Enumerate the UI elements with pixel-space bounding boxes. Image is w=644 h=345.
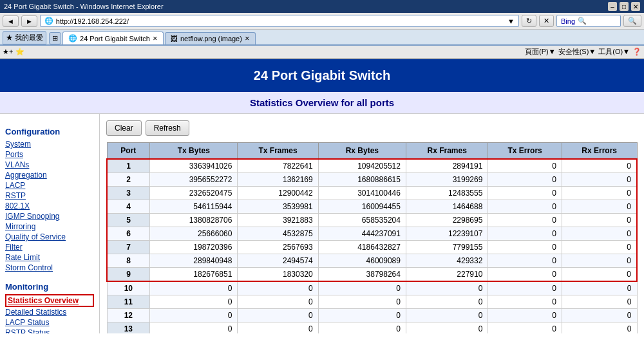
tab-image[interactable]: 🖼 netflow.png (image) ✕ [165,32,256,44]
data-cell: 0 [318,309,406,322]
table-row: 62566606045328754442370911223910700 [107,227,637,241]
table-row: 323265204751290044230141004461248355500 [107,187,637,200]
table-row: 11000000 [107,295,637,309]
add-favorites-icon[interactable]: ★+ [3,48,13,56]
data-cell: 0 [562,159,637,173]
port-cell: 13 [107,322,150,334]
tab-image-close-button[interactable]: ✕ [245,35,250,42]
table-row: 828984094824945744600908942933200 [107,254,637,268]
data-cell: 38798264 [318,268,406,282]
sidebar-item-system[interactable]: System [5,139,94,149]
dropdown-icon[interactable]: ▼ [507,17,515,25]
main-content: Clear Refresh Port Tx Bytes Tx Frames Rx… [100,114,644,333]
data-cell: 0 [488,187,562,200]
page-header: 24 Port Gigabit Switch [0,59,644,92]
data-cell: 0 [562,295,637,309]
sidebar-item-stats-overview[interactable]: Statistics Overview [5,294,94,307]
data-cell: 546115944 [150,200,238,214]
page-menu[interactable]: 頁面(P)▼ [525,47,556,57]
refresh-button[interactable]: Refresh [146,120,189,136]
sidebar-item-rate-limit[interactable]: Rate Limit [5,252,94,263]
data-cell: 0 [238,295,318,309]
sidebar-item-rstp[interactable]: RSTP [5,191,94,201]
data-cell: 2894191 [406,159,488,173]
data-cell: 0 [406,281,488,295]
favorites-center-icon[interactable]: ⭐ [15,48,24,56]
sidebar-item-vlans[interactable]: VLANs [5,160,94,170]
data-cell: 227910 [406,268,488,282]
address-text: http://192.168.254.222/ [56,17,505,25]
sidebar-item-igmp-snooping[interactable]: IGMP Snooping [5,211,94,221]
search-icon[interactable]: 🔍 [578,17,587,25]
data-cell: 658535204 [318,214,406,227]
table-row: 13000000 [107,322,637,334]
sidebar-item-lacp-status[interactable]: LACP Status [5,317,94,328]
tab-close-button[interactable]: ✕ [153,35,158,42]
data-cell: 0 [150,309,238,322]
tab-label: 24 Port Gigabit Switch [80,35,150,42]
sidebar-item-detailed-stats[interactable]: Detailed Statistics [5,307,94,317]
favorites-button[interactable]: ★ 我的最愛 [3,31,46,44]
port-cell: 7 [107,241,150,254]
col-rx-bytes: Rx Bytes [318,143,406,160]
clear-button[interactable]: Clear [106,120,142,136]
sidebar-item-aggregation[interactable]: Aggregation [5,170,94,180]
stats-table-container: Port Tx Bytes Tx Frames Rx Bytes Rx Fram… [106,142,638,333]
data-cell: 0 [150,281,238,295]
minimize-button[interactable]: – [608,2,617,11]
data-cell: 0 [488,227,562,241]
tools-menu[interactable]: 工具(O)▼ [598,47,630,57]
tab-manager-button[interactable]: ⊞ [49,32,61,44]
help-button[interactable]: ❓ [632,48,641,56]
config-section-label: Configuration [5,127,94,136]
col-tx-errors: Tx Errors [488,143,562,160]
close-button[interactable]: ✕ [631,2,640,11]
data-cell: 1680886615 [318,173,406,187]
safety-menu[interactable]: 安全性(S)▼ [558,47,596,57]
sidebar-item-qos[interactable]: Quality of Service [5,232,94,242]
data-cell: 0 [562,241,637,254]
restore-button[interactable]: □ [620,2,629,11]
stop-button[interactable]: ✕ [539,15,554,27]
port-cell: 6 [107,227,150,241]
sidebar-item-storm-control[interactable]: Storm Control [5,263,94,273]
page: 24 Port Gigabit Switch Statistics Overvi… [0,59,644,333]
address-bar[interactable]: 🌐 http://192.168.254.222/ ▼ [40,15,519,27]
tab-switch[interactable]: 🌐 24 Port Gigabit Switch ✕ [62,32,164,44]
table-row: 12000000 [107,309,637,322]
data-cell: 0 [562,214,637,227]
search-bar[interactable]: Bing 🔍 [556,15,621,27]
data-cell: 0 [318,295,406,309]
data-cell: 1464688 [406,200,488,214]
data-cell: 160094455 [318,200,406,214]
title-bar: 24 Port Gigabit Switch - Windows Interne… [0,0,644,13]
back-button[interactable]: ◄ [3,15,19,27]
data-cell: 0 [150,295,238,309]
page-subtitle: Statistics Overview for all ports [250,97,394,108]
page-subheader: Statistics Overview for all ports [0,92,644,114]
sidebar-item-8021x[interactable]: 802.1X [5,201,94,211]
data-cell: 0 [488,295,562,309]
col-tx-bytes: Tx Bytes [150,143,238,160]
sidebar-item-lacp[interactable]: LACP [5,180,94,191]
data-cell: 0 [238,281,318,295]
port-cell: 3 [107,187,150,200]
sidebar-item-ports[interactable]: Ports [5,149,94,160]
refresh-nav-button[interactable]: ↻ [522,15,536,27]
data-cell: 7822641 [238,159,318,173]
search-button[interactable]: 🔍 [623,15,641,27]
sidebar-item-rstp-status[interactable]: RSTP Status [5,328,94,333]
data-cell: 3539981 [238,200,318,214]
forward-button[interactable]: ► [21,15,37,27]
data-cell: 0 [562,187,637,200]
data-cell: 0 [488,241,562,254]
window-title: 24 Port Gigabit Switch - Windows Interne… [4,3,164,10]
sidebar: Configuration System Ports VLANs Aggrega… [0,114,100,333]
sidebar-item-filter[interactable]: Filter [5,242,94,252]
table-row: 45461159443539981160094455146468800 [107,200,637,214]
data-cell: 0 [562,322,637,334]
table-row: 2395655227213621691680886615319926900 [107,173,637,187]
data-cell: 429332 [406,254,488,268]
sidebar-item-mirroring[interactable]: Mirroring [5,221,94,232]
image-icon: 🖼 [171,35,178,42]
